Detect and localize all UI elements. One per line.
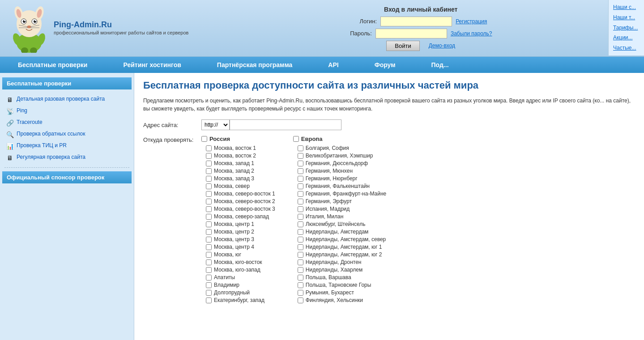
russia-cb-19[interactable] bbox=[206, 290, 212, 296]
europe-cb-15[interactable] bbox=[298, 259, 303, 265]
sidebar-link-traceroute[interactable]: Traceroute bbox=[17, 119, 43, 125]
protocol-select[interactable]: http:// https:// bbox=[201, 119, 230, 130]
sidebar-link-detailed[interactable]: Детальная разовая проверка сайта bbox=[17, 96, 105, 102]
demo-link[interactable]: Демо-вход bbox=[429, 42, 455, 49]
europe-item-label: Финляндия, Хельсинки bbox=[306, 297, 363, 303]
nav-free-checks[interactable]: Бесплатные проверки bbox=[0, 57, 105, 73]
russia-cb-3[interactable] bbox=[206, 168, 212, 174]
russia-cb-0[interactable] bbox=[206, 145, 212, 151]
sidebar-item-tic-pr[interactable]: 📊 Проверка ТИЦ и PR bbox=[2, 140, 132, 152]
sidebar-link-ping[interactable]: Ping bbox=[17, 107, 27, 114]
europe-check-item: Италия, Милан bbox=[293, 213, 386, 220]
europe-cb-20[interactable] bbox=[298, 298, 303, 303]
russia-cb-12[interactable] bbox=[206, 237, 212, 242]
sidebar-item-detailed[interactable]: 🖥 Детальная разовая проверка сайта bbox=[2, 94, 132, 106]
russia-cb-14[interactable] bbox=[206, 252, 212, 258]
europe-cb-19[interactable] bbox=[298, 290, 303, 296]
logo-area: Ping-Admin.Ru профессиональный мониторин… bbox=[0, 4, 197, 53]
russia-cb-7[interactable] bbox=[206, 199, 212, 204]
password-input[interactable] bbox=[375, 29, 447, 38]
russia-item-label: Москва, центр 3 bbox=[214, 236, 254, 242]
europe-cb-16[interactable] bbox=[298, 267, 303, 273]
nav-partner-program[interactable]: Партнёрская программа bbox=[199, 57, 311, 73]
right-link-4[interactable]: Акции... bbox=[613, 33, 640, 43]
sidebar-item-backlinks[interactable]: 🔍 Проверка обратных ссылок bbox=[2, 129, 132, 140]
europe-cb-12[interactable] bbox=[298, 237, 303, 242]
main-panel: Бесплатная проверка доступности сайта из… bbox=[134, 73, 644, 340]
sidebar-sponsor: Официальный спонсор проверок bbox=[2, 171, 132, 183]
russia-cb-10[interactable] bbox=[206, 221, 212, 227]
login-input[interactable] bbox=[380, 17, 452, 26]
content-area: Бесплатные проверки 🖥 Детальная разовая … bbox=[0, 73, 644, 340]
russia-cb-4[interactable] bbox=[206, 176, 212, 182]
europe-cb-4[interactable] bbox=[298, 176, 303, 182]
russia-cb-5[interactable] bbox=[206, 183, 212, 189]
europe-item-label: Германия, Франкфурт-на-Майне bbox=[306, 191, 386, 197]
nav-api[interactable]: API bbox=[310, 57, 356, 73]
europe-cb-17[interactable] bbox=[298, 275, 303, 280]
sidebar-divider bbox=[4, 167, 129, 168]
europe-cb-14[interactable] bbox=[298, 252, 303, 258]
russia-cb-2[interactable] bbox=[206, 161, 212, 166]
nav-forum[interactable]: Форум bbox=[357, 57, 414, 73]
nav-more[interactable]: Под... bbox=[414, 57, 467, 73]
russia-check-item: Москва, центр 3 bbox=[201, 236, 275, 242]
europe-cb-11[interactable] bbox=[298, 229, 303, 235]
europe-cb-6[interactable] bbox=[298, 191, 303, 197]
europe-item-label: Нидерланды, Хаарлем bbox=[306, 267, 363, 273]
russia-checkbox[interactable] bbox=[201, 136, 207, 142]
russia-cb-1[interactable] bbox=[206, 153, 212, 159]
login-button[interactable]: Войти bbox=[386, 41, 419, 51]
russia-item-label: Москва, северо-восток 2 bbox=[214, 198, 275, 204]
europe-cb-7[interactable] bbox=[298, 199, 303, 204]
page-title: Бесплатная проверка доступности сайта из… bbox=[143, 80, 635, 91]
sidebar-link-regular[interactable]: Регулярная проверка сайта bbox=[17, 154, 85, 160]
europe-check-item: Германия, Нюрнберг bbox=[293, 175, 386, 182]
europe-cb-18[interactable] bbox=[298, 282, 303, 288]
europe-cb-0[interactable] bbox=[298, 145, 303, 151]
forgot-password-link[interactable]: Забыли пароль? bbox=[451, 30, 492, 37]
europe-item-label: Нидерланды, Амстердам bbox=[306, 229, 369, 235]
russia-check-item: Москва, центр 1 bbox=[201, 221, 275, 227]
europe-item-label: Люксембург, Штейнсель bbox=[306, 221, 366, 227]
europe-checkbox[interactable] bbox=[293, 136, 299, 142]
russia-cb-20[interactable] bbox=[206, 298, 212, 303]
europe-cb-9[interactable] bbox=[298, 214, 303, 220]
site-desc: профессиональный мониторинг работы сайто… bbox=[54, 30, 188, 36]
right-link-3[interactable]: Тарифы... bbox=[613, 23, 640, 33]
sidebar-link-backlinks[interactable]: Проверка обратных ссылок bbox=[17, 131, 85, 137]
europe-cb-2[interactable] bbox=[298, 161, 303, 166]
europe-check-item: Люксембург, Штейнсель bbox=[293, 221, 386, 227]
russia-cb-15[interactable] bbox=[206, 259, 212, 265]
register-link[interactable]: Регистрация bbox=[456, 18, 487, 25]
russia-cb-8[interactable] bbox=[206, 206, 212, 212]
right-link-5[interactable]: Частые... bbox=[613, 43, 640, 53]
europe-cb-5[interactable] bbox=[298, 183, 303, 189]
right-link-1[interactable]: Наши с... bbox=[613, 2, 640, 13]
right-link-2[interactable]: Наши т... bbox=[613, 13, 640, 23]
europe-cb-10[interactable] bbox=[298, 221, 303, 227]
sidebar-link-tic-pr[interactable]: Проверка ТИЦ и PR bbox=[17, 142, 67, 149]
europe-cb-8[interactable] bbox=[298, 206, 303, 212]
russia-cb-13[interactable] bbox=[206, 244, 212, 250]
europe-cb-13[interactable] bbox=[298, 244, 303, 250]
russia-cb-18[interactable] bbox=[206, 282, 212, 288]
europe-check-item: Финляндия, Хельсинки bbox=[293, 297, 386, 303]
europe-cb-3[interactable] bbox=[298, 168, 303, 174]
europe-cb-1[interactable] bbox=[298, 153, 303, 159]
backlinks-icon: 🔍 bbox=[6, 131, 14, 139]
nav-hosting-rating[interactable]: Рейтинг хостингов bbox=[105, 57, 199, 73]
russia-cb-17[interactable] bbox=[206, 275, 212, 280]
login-area: Вход в личный кабинет Логин: Регистрация… bbox=[197, 6, 644, 51]
russia-cb-11[interactable] bbox=[206, 229, 212, 235]
sidebar-item-regular[interactable]: 🖥 Регулярная проверка сайта bbox=[2, 152, 132, 164]
russia-cb-6[interactable] bbox=[206, 191, 212, 197]
password-label: Пароль: bbox=[350, 30, 372, 37]
sidebar-item-ping[interactable]: 📡 Ping bbox=[2, 106, 132, 117]
russia-cb-9[interactable] bbox=[206, 214, 212, 220]
url-input[interactable] bbox=[230, 119, 341, 130]
russia-item-label: Москва, северо-запад bbox=[214, 213, 269, 220]
russia-check-item: Владимир bbox=[201, 282, 275, 288]
sidebar-item-traceroute[interactable]: 🔗 Traceroute bbox=[2, 117, 132, 129]
russia-cb-16[interactable] bbox=[206, 267, 212, 273]
